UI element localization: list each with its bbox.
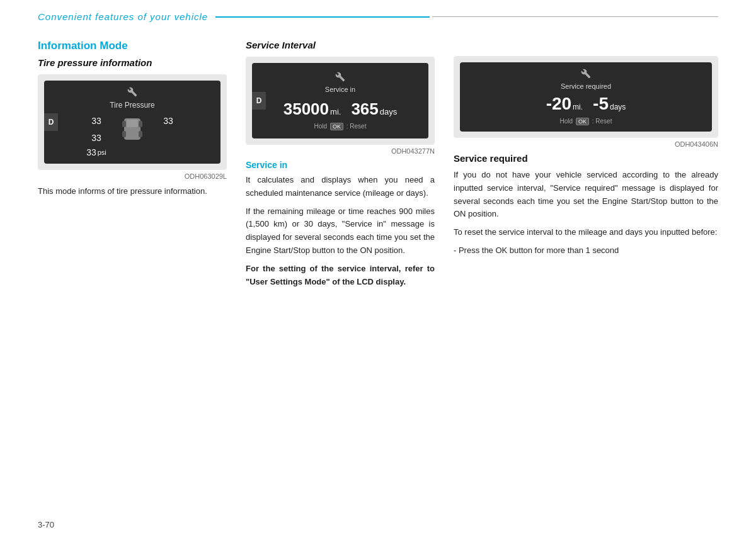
right-image-code: ODH043406N xyxy=(454,140,718,148)
service-interval-display: Service in D 35000 mi. 365 days Hold OK xyxy=(246,57,435,145)
service-days-unit: days xyxy=(380,107,397,116)
tire-display-inner: Tire Pressure D 33 xyxy=(44,81,220,164)
tire-rl: 33 xyxy=(76,133,117,143)
req-neg-days: -5 xyxy=(593,94,609,114)
service-wrench-icon xyxy=(335,72,345,84)
left-body-text: This mode informs of tire pressure infor… xyxy=(38,185,227,198)
wrench-icon-top xyxy=(127,87,137,99)
service-req-label: Service required xyxy=(561,82,611,90)
tire-fr: 33 xyxy=(147,116,189,126)
header-line-blue xyxy=(215,16,430,18)
ok-badge-right: OK xyxy=(576,118,589,125)
svg-rect-2 xyxy=(139,121,142,127)
mid-body-text: It calculates and displays when you need… xyxy=(246,174,435,288)
tire-grid: 33 33 33 xyxy=(76,113,189,157)
svg-rect-4 xyxy=(139,131,142,137)
mid-image-code: ODH043277N xyxy=(246,147,435,155)
header-line-gray xyxy=(432,16,718,17)
left-column: Information Mode Tire pressure informati… xyxy=(38,40,227,293)
service-req-inner: Service required -20 mi. -5 days Hold OK… xyxy=(460,62,712,132)
tire-pressure-display: Tire Pressure D 33 xyxy=(38,74,227,170)
tire-rr: 33 xyxy=(86,147,96,157)
service-in-inner: Service in D 35000 mi. 365 days Hold OK xyxy=(252,63,428,138)
hold-reset-mid: Hold OK : Reset xyxy=(314,123,367,130)
service-interval-title: Service Interval xyxy=(246,40,435,50)
tire-fl: 33 xyxy=(76,116,117,126)
right-body-text: If you do not have your vehicle serviced… xyxy=(454,169,718,257)
tire-unit: psi xyxy=(98,149,106,156)
d-badge-mid: D xyxy=(252,92,266,110)
service-days: 365 xyxy=(351,99,378,119)
service-req-values: -20 mi. -5 days xyxy=(546,94,626,114)
svg-rect-3 xyxy=(122,131,126,137)
left-image-code: ODH063029L xyxy=(38,172,227,180)
page-header: Convenient features of your vehicle xyxy=(0,0,756,22)
service-required-heading: Service required xyxy=(454,153,718,164)
d-badge: D xyxy=(44,113,58,131)
chapter-title: Convenient features of your vehicle xyxy=(38,11,208,22)
service-in-subheading: Service in xyxy=(246,160,435,170)
service-in-values: 35000 mi. 365 days xyxy=(284,99,398,119)
middle-column: Service Interval Service in D 35000 mi. xyxy=(246,40,435,293)
svg-rect-1 xyxy=(122,121,126,127)
service-in-label: Service in xyxy=(325,86,355,93)
svg-rect-5 xyxy=(127,120,138,127)
service-mileage: 35000 xyxy=(284,99,329,119)
right-column: Service required -20 mi. -5 days Hold OK… xyxy=(454,40,718,293)
req-miles-unit: mi. xyxy=(573,103,583,111)
tire-pressure-subtitle: Tire pressure information xyxy=(38,57,227,68)
req-neg-miles: -20 xyxy=(546,94,571,114)
main-content: Information Mode Tire pressure informati… xyxy=(0,27,756,293)
hold-reset-right: Hold OK : Reset xyxy=(560,118,612,125)
mid-body-bold: For the setting of the service interval,… xyxy=(246,263,435,289)
info-mode-title: Information Mode xyxy=(38,40,227,52)
ok-badge-mid: OK xyxy=(330,123,343,130)
tire-pressure-label: Tire Pressure xyxy=(110,101,155,110)
service-mileage-unit: mi. xyxy=(330,107,341,116)
service-req-wrench-icon xyxy=(581,69,591,81)
car-icon xyxy=(120,113,145,145)
service-required-display: Service required -20 mi. -5 days Hold OK… xyxy=(454,56,718,138)
page-number: 3-70 xyxy=(38,520,54,529)
req-days-unit: days xyxy=(610,103,626,111)
